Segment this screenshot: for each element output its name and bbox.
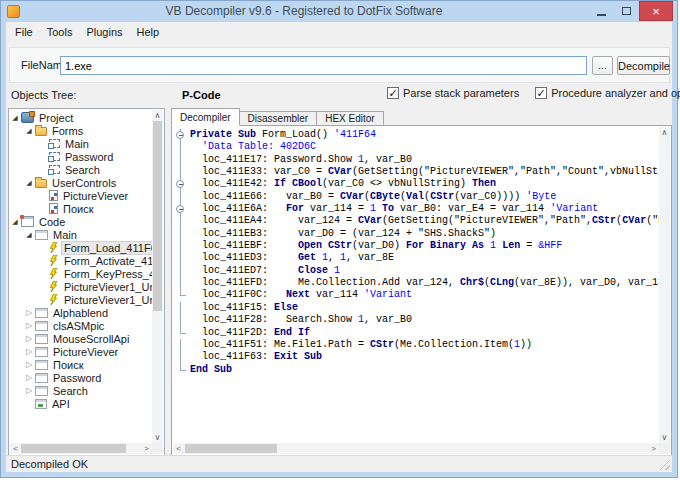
tab-disassembler[interactable]: Disassembler — [240, 111, 318, 126]
scrollbar-thumb[interactable] — [21, 444, 126, 453]
maximize-button[interactable] — [614, 1, 639, 21]
code-horizontal-scrollbar[interactable]: < > — [173, 443, 659, 454]
tree-item-label: Main — [63, 138, 91, 150]
fold-marker-icon[interactable] — [174, 178, 188, 190]
fold-marker-icon[interactable] — [174, 203, 188, 215]
scroll-right-icon[interactable]: > — [141, 443, 152, 454]
proc-icon — [49, 281, 59, 292]
code-line: loc_411ED7: Close 1 — [173, 265, 659, 277]
module-icon — [35, 230, 48, 240]
code-line: loc_411E6A: For var_114 = 1 To var_B0: v… — [173, 203, 659, 215]
expander-icon[interactable]: ▷ — [24, 384, 34, 397]
tree-item-mousescrollapi[interactable]: ▷MouseScrollApi — [10, 332, 152, 345]
tree-item-поиск[interactable]: Поиск — [10, 202, 152, 215]
tree-item-pictureviever[interactable]: ▷PictureViever — [10, 345, 152, 358]
tab-hex-editor[interactable]: HEX Editor — [317, 111, 383, 126]
decompile-button[interactable]: Decompile — [617, 56, 670, 75]
expander-icon[interactable]: ◢ — [24, 176, 34, 189]
expander-icon[interactable]: ▷ — [24, 306, 34, 319]
close-icon: × — [652, 4, 660, 19]
expander-icon[interactable]: ▷ — [24, 345, 34, 358]
tree-item-form-keypress-413e1c[interactable]: Form_KeyPress_413E1C — [10, 267, 152, 280]
scroll-right-icon[interactable]: > — [648, 443, 659, 454]
tree-item-password[interactable]: ▷Password — [10, 371, 152, 384]
fold-marker-icon — [174, 141, 188, 153]
fold-marker-icon — [174, 265, 188, 277]
filename-input[interactable] — [60, 56, 587, 75]
menu-item-tools[interactable]: Tools — [40, 23, 80, 41]
tree-item-label: Code — [37, 216, 67, 228]
tree-item-main[interactable]: ◢Main — [10, 228, 152, 241]
scrollbar-thumb[interactable] — [153, 121, 162, 311]
expander-icon[interactable]: ◢ — [10, 111, 20, 124]
scroll-down-icon[interactable]: ∨ — [152, 432, 163, 443]
tree-vertical-scrollbar[interactable]: ∧ ∨ — [152, 110, 163, 443]
scrollbar-thumb[interactable] — [185, 444, 277, 453]
module-icon — [35, 308, 48, 318]
tree-item-label: PictureViever1_UnknownE — [62, 281, 152, 293]
menu-item-help[interactable]: Help — [130, 23, 167, 41]
fold-marker-icon — [174, 314, 188, 326]
expander-icon[interactable]: ◢ — [10, 215, 20, 228]
tree-item-label: clsASMpic — [51, 320, 106, 332]
tree-item-password[interactable]: Password — [10, 150, 152, 163]
tree-item-label: MouseScrollApi — [51, 333, 131, 345]
scroll-left-icon[interactable]: < — [173, 443, 184, 454]
checkbox-procedure-analyzer-and-optimizer[interactable]: ✓Procedure analyzer and optimizer — [535, 87, 680, 99]
tree-item-project[interactable]: ◢Project — [10, 111, 152, 124]
form-icon — [49, 165, 60, 174]
minimize-button[interactable] — [589, 1, 614, 21]
code-line: loc_411F51: Me.File1.Path = CStr(Me.Coll… — [173, 339, 659, 351]
resize-grip-icon[interactable] — [659, 459, 670, 470]
checkbox-parse-stack-parameters[interactable]: ✓Parse stack parameters — [387, 87, 519, 99]
scroll-up-icon[interactable]: ∧ — [659, 127, 670, 138]
expander-icon[interactable]: ▷ — [24, 358, 34, 371]
tree-item-search[interactable]: Search — [10, 163, 152, 176]
tree-view[interactable]: ◢Project◢FormsMainPasswordSearch◢UserCon… — [10, 111, 152, 443]
expander-icon[interactable]: ▷ — [24, 371, 34, 384]
scroll-up-icon[interactable]: ∧ — [152, 110, 163, 121]
code-view[interactable]: Private Sub Form_Load() '411F64 'Data Ta… — [173, 129, 659, 443]
tree-item-поиск[interactable]: ▷Поиск — [10, 358, 152, 371]
tree-item-pictureviever1-unknowne[interactable]: PictureViever1_UnknownE — [10, 293, 152, 306]
fold-marker-icon[interactable] — [174, 129, 188, 141]
tree-item-clsasmpic[interactable]: ▷clsASMpic — [10, 319, 152, 332]
minimize-icon — [597, 14, 606, 16]
tree-item-usercontrols[interactable]: ◢UserControls — [10, 176, 152, 189]
code-editor[interactable]: Private Sub Form_Load() '411F64 'Data Ta… — [171, 125, 672, 456]
tree-horizontal-scrollbar[interactable]: < > — [10, 443, 152, 454]
expander-icon[interactable]: ◢ — [24, 124, 34, 137]
tree-item-label: Password — [51, 372, 103, 384]
tree-item-api[interactable]: API — [10, 397, 152, 410]
expander-icon[interactable]: ▷ — [24, 319, 34, 332]
tree-item-label: Password — [63, 151, 115, 163]
close-button[interactable]: × — [639, 1, 673, 21]
tree-item-code[interactable]: ◢Code — [10, 215, 152, 228]
tree-item-label: Project — [37, 112, 75, 124]
scroll-down-icon[interactable]: ∨ — [659, 432, 670, 443]
tree-item-alphablend[interactable]: ▷Alphablend — [10, 306, 152, 319]
form-icon — [49, 152, 60, 161]
expander-icon[interactable]: ◢ — [24, 228, 34, 241]
tree-item-search[interactable]: ▷Search — [10, 384, 152, 397]
expander-icon[interactable]: ▷ — [24, 332, 34, 345]
code-vertical-scrollbar[interactable]: ∧ ∨ — [659, 127, 670, 443]
tab-decompiler[interactable]: Decompiler — [171, 108, 240, 126]
browse-button[interactable]: ... — [592, 56, 613, 75]
tree-item-form-activate-41155c[interactable]: Form_Activate_41155C — [10, 254, 152, 267]
menu-item-file[interactable]: File — [8, 23, 40, 41]
code-line: Private Sub Form_Load() '411F64 — [173, 129, 659, 141]
folder-icon — [35, 179, 47, 188]
fold-marker-icon — [174, 289, 188, 301]
module-icon — [35, 373, 48, 383]
tree-item-forms[interactable]: ◢Forms — [10, 124, 152, 137]
scroll-left-icon[interactable]: < — [10, 443, 21, 454]
tree-item-main[interactable]: Main — [10, 137, 152, 150]
tree-item-pictureviever1-unknowne[interactable]: PictureViever1_UnknownE — [10, 280, 152, 293]
tree-item-pictureviever[interactable]: PictureViever — [10, 189, 152, 202]
tree-item-label: Search — [63, 164, 102, 176]
menu-item-plugins[interactable]: Plugins — [79, 23, 129, 41]
code-line: loc_411F63: Exit Sub — [173, 351, 659, 363]
fold-marker-icon — [174, 327, 188, 339]
tree-item-form-load-411f64[interactable]: Form_Load_411F64 — [10, 241, 152, 254]
